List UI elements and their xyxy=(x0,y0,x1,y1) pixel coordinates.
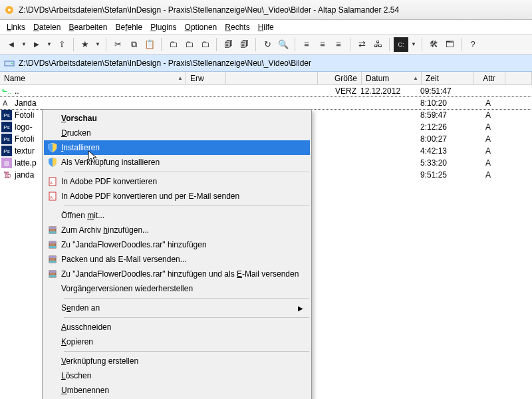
rar-icon xyxy=(44,267,61,281)
ctx-installieren[interactable]: Installieren xyxy=(44,140,310,155)
menu-dateien[interactable]: Dateien xyxy=(31,21,63,33)
tb-dd3-icon[interactable]: ▼ xyxy=(94,37,102,52)
tb-c3-icon[interactable]: ≡ xyxy=(331,37,346,52)
file-name: Fotoli xyxy=(15,134,34,144)
ctx-pdf-konvertieren[interactable]: A In Adobe PDF konvertieren xyxy=(44,174,310,189)
menu-plugins[interactable]: Plugins xyxy=(148,21,179,33)
file-attr: A xyxy=(472,170,504,180)
tb-fwd-icon[interactable]: ► xyxy=(29,37,44,52)
menu-optionen[interactable]: Optionen xyxy=(182,21,220,33)
tb-help-icon[interactable]: ? xyxy=(466,37,480,52)
ctx-drucken[interactable]: Drucken xyxy=(44,126,310,140)
tb-a2-icon[interactable]: 🗀 xyxy=(182,37,196,52)
file-name: janda xyxy=(15,170,34,180)
svg-rect-20 xyxy=(49,275,56,277)
tb-paste-icon[interactable]: 📋 xyxy=(142,37,157,52)
col-fill xyxy=(226,72,318,84)
file-row[interactable]: ⬑....VERZ12.12.201209:51:47 xyxy=(0,85,532,97)
file-time: 8:59:47 xyxy=(420,110,472,120)
ctx-umbenennen[interactable]: Umbenennen xyxy=(44,383,310,398)
toolbar: ◄ ▼ ► ▼ ⇧ ★ ▼ ✂ ⧉ 📋 🗀 🗀 🗀 🗐 🗐 ↻ 🔍 ≡ ≡ ≡ … xyxy=(0,35,532,55)
file-name: textur xyxy=(15,146,35,156)
menu-hilfe[interactable]: Hilfe xyxy=(255,21,277,33)
file-name: Janda xyxy=(15,98,37,108)
svg-point-1 xyxy=(8,9,11,11)
ctx-ausschneiden[interactable]: Ausschneiden xyxy=(44,320,310,334)
tb-find-icon[interactable]: 🔍 xyxy=(276,37,291,52)
svg-text:A: A xyxy=(50,196,53,200)
pdf-icon: A xyxy=(44,175,61,188)
tb-dd4-icon[interactable]: ▼ xyxy=(410,37,418,52)
file-time: 9:51:25 xyxy=(420,170,472,180)
context-menu[interactable]: Vorschau Drucken Installieren Als Verknü… xyxy=(42,109,312,399)
tb-a1-icon[interactable]: 🗀 xyxy=(166,37,180,52)
menu-bearbeiten[interactable]: Bearbeiten xyxy=(66,21,110,33)
col-time[interactable]: Zeit xyxy=(422,72,473,84)
file-time: 8:10:20 xyxy=(420,98,472,108)
file-name: logo- xyxy=(15,122,33,132)
ctx-vorganger[interactable]: Vorgängerversionen wiederherstellen xyxy=(44,281,310,296)
file-row[interactable]: AJanda8:10:20A xyxy=(0,97,532,109)
tb-cut-icon[interactable]: ✂ xyxy=(110,37,125,52)
ctx-archiv-rar[interactable]: Zu "JandaFlowerDoodles.rar" hinzufügen xyxy=(44,237,310,252)
pathbar[interactable]: Z:\DVDs\Arbeitsdateien\Stefan\InDesign -… xyxy=(0,55,532,72)
tb-dd2-icon[interactable]: ▼ xyxy=(45,37,53,52)
ctx-senden-an[interactable]: Senden an▶ xyxy=(44,301,310,315)
ctx-kopieren[interactable]: Kopieren xyxy=(44,334,310,349)
tb-hot-icon[interactable]: ★ xyxy=(78,37,92,52)
ctx-verknupfung-erstellen[interactable]: Verknüpfung erstellen xyxy=(44,354,310,368)
pdf-icon: A xyxy=(44,190,61,203)
col-ext[interactable]: Erw xyxy=(186,72,226,84)
file-time: 4:42:13 xyxy=(420,146,472,156)
titlebar: Z:\DVDs\Arbeitsdateien\Stefan\InDesign -… xyxy=(0,0,532,20)
ctx-rar-email[interactable]: Zu "JandaFlowerDoodles.rar" hinzufügen u… xyxy=(44,267,310,281)
svg-rect-17 xyxy=(49,261,56,263)
tb-prop-icon[interactable]: 🛠 xyxy=(426,37,441,52)
tb-a3-icon[interactable]: 🗀 xyxy=(198,37,212,52)
file-time: 5:33:20 xyxy=(420,158,472,168)
file-time: 8:00:27 xyxy=(420,134,472,144)
tb-up-icon[interactable]: ⇧ xyxy=(55,37,69,52)
ctx-offnen-mit[interactable]: Öffnen mit... xyxy=(44,208,310,223)
file-attr: A xyxy=(472,110,504,120)
ctx-loschen[interactable]: Löschen xyxy=(44,368,310,383)
shield-icon xyxy=(44,156,61,169)
drive-icon xyxy=(4,58,15,68)
ctx-vorschau[interactable]: Vorschau xyxy=(44,111,310,126)
tb-share-icon[interactable]: ⇄ xyxy=(354,37,369,52)
svg-rect-11 xyxy=(49,231,56,233)
tb-view-icon[interactable]: 🗔 xyxy=(442,37,457,52)
col-size[interactable]: Größe xyxy=(318,72,362,84)
file-name: latte.p xyxy=(15,158,37,168)
svg-rect-16 xyxy=(49,256,56,258)
tb-net-icon[interactable]: 🖧 xyxy=(370,37,385,52)
tb-refresh-icon[interactable]: ↻ xyxy=(260,37,275,52)
ctx-archiv-hinzufugen[interactable]: Zum Archiv hinzufügen... xyxy=(44,223,310,237)
rar-icon xyxy=(44,223,61,237)
menu-links[interactable]: Links xyxy=(4,21,28,33)
col-last xyxy=(505,72,532,84)
ctx-als-verknupfung[interactable]: Als Verknüpfung installieren xyxy=(44,155,310,170)
path-text: Z:\DVDs\Arbeitsdateien\Stefan\InDesign -… xyxy=(19,59,311,68)
ctx-packen-email[interactable]: Packen und als E-Mail versenden... xyxy=(44,252,310,267)
file-attr: A xyxy=(472,158,504,168)
svg-text:A: A xyxy=(3,99,8,107)
tb-b2-icon[interactable]: 🗐 xyxy=(237,37,251,52)
tb-term-icon[interactable]: C: xyxy=(394,37,408,52)
tb-c2-icon[interactable]: ≡ xyxy=(315,37,330,52)
menu-rechts[interactable]: Rechts xyxy=(222,21,252,33)
tb-back-icon[interactable]: ◄ xyxy=(4,37,19,52)
shield-icon xyxy=(44,141,61,154)
col-date[interactable]: Datum xyxy=(362,72,422,84)
file-date: 12.12.2012 xyxy=(360,86,420,96)
menu-befehle[interactable]: Befehle xyxy=(112,21,145,33)
col-attr[interactable]: Attr xyxy=(473,72,505,84)
tb-b1-icon[interactable]: 🗐 xyxy=(221,37,235,52)
tb-c1-icon[interactable]: ≡ xyxy=(299,37,314,52)
svg-rect-14 xyxy=(49,246,56,248)
svg-rect-19 xyxy=(49,271,56,273)
tb-copy-icon[interactable]: ⧉ xyxy=(126,37,141,52)
col-name[interactable]: Name xyxy=(0,72,186,84)
ctx-pdf-email[interactable]: A In Adobe PDF konvertieren und per E-Ma… xyxy=(44,189,310,203)
tb-dd1-icon[interactable]: ▼ xyxy=(20,37,28,52)
